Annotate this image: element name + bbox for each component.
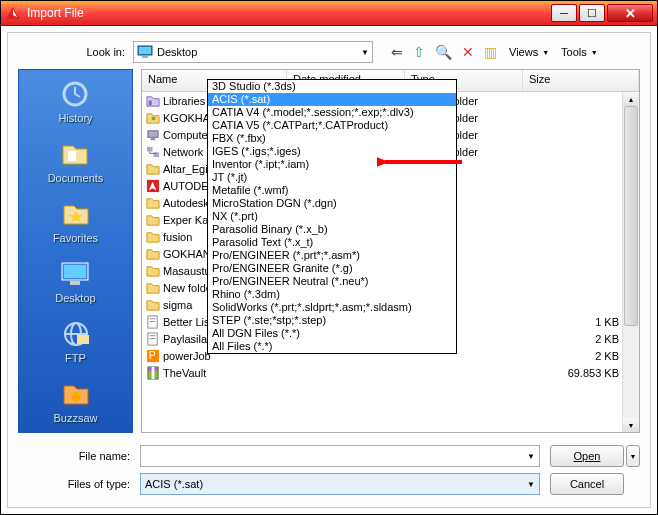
filetype-dropdown-list[interactable]: 3D Studio (*.3ds)ACIS (*.sat)CATIA V4 (*… — [207, 79, 457, 354]
close-button[interactable]: ✕ — [607, 4, 653, 22]
cancel-button[interactable]: Cancel — [550, 473, 624, 495]
svg-rect-13 — [149, 100, 152, 105]
file-row[interactable]: TheVault69.853 KB — [142, 364, 639, 381]
maximize-button[interactable]: ☐ — [579, 4, 605, 22]
filename-label: File name: — [18, 450, 140, 462]
filetype-option[interactable]: NX (*.prt) — [208, 210, 456, 223]
tools-menu[interactable]: Tools — [561, 46, 587, 58]
up-folder-icon[interactable]: ⇧ — [413, 44, 425, 60]
look-in-combo[interactable]: Desktop ▼ — [133, 41, 373, 63]
look-in-label: Look in: — [18, 46, 133, 58]
filetype-option[interactable]: SolidWorks (*.prt;*.sldprt;*.asm;*.sldas… — [208, 301, 456, 314]
open-button[interactable]: Open — [550, 445, 624, 467]
svg-point-12 — [71, 392, 81, 402]
scroll-up-icon[interactable]: ▲ — [623, 92, 639, 106]
new-folder-icon[interactable]: ▥ — [484, 44, 497, 60]
svg-rect-6 — [64, 265, 86, 278]
search-icon[interactable]: 🔍 — [435, 44, 452, 60]
chevron-down-icon: ▼ — [361, 48, 369, 57]
filetype-option[interactable]: MicroStation DGN (*.dgn) — [208, 197, 456, 210]
look-in-value: Desktop — [157, 46, 197, 58]
title-bar: Import File ─ ☐ ✕ — [1, 1, 657, 26]
filetype-option[interactable]: CATIA V4 (*.model;*.session;*.exp;*.dlv3… — [208, 106, 456, 119]
filetype-option[interactable]: Parasolid Binary (*.x_b) — [208, 223, 456, 236]
minimize-button[interactable]: ─ — [551, 4, 577, 22]
filetype-label: Files of type: — [18, 478, 140, 490]
sidebar-item-documents[interactable]: Documents — [48, 138, 104, 184]
filetype-option[interactable]: All Files (*.*) — [208, 340, 456, 353]
col-size[interactable]: Size — [523, 70, 639, 91]
file-list-pane: Name Date modified Type Size LibrariesSy… — [141, 69, 640, 433]
filetype-option[interactable]: Pro/ENGINEER Neutral (*.neu*) — [208, 275, 456, 288]
sidebar-item-buzzsaw[interactable]: Buzzsaw — [53, 378, 97, 424]
annotation-arrow — [377, 150, 467, 178]
scroll-down-icon[interactable]: ▼ — [623, 418, 639, 432]
filetype-option[interactable]: ACIS (*.sat) — [208, 93, 456, 106]
sidebar-item-favorites[interactable]: Favorites — [53, 198, 98, 244]
scrollbar[interactable]: ▲ ▼ — [622, 92, 639, 432]
open-button-dropdown[interactable]: ▼ — [626, 445, 640, 467]
filetype-combo[interactable]: ACIS (*.sat)▼ — [140, 473, 540, 495]
svg-rect-16 — [151, 138, 156, 140]
app-icon — [5, 5, 21, 21]
filetype-option[interactable]: STEP (*.ste;*stp;*.step) — [208, 314, 456, 327]
filetype-option[interactable]: CATIA V5 (*.CATPart;*.CATProduct) — [208, 119, 456, 132]
svg-rect-17 — [147, 146, 153, 151]
filetype-option[interactable]: FBX (*.fbx) — [208, 132, 456, 145]
filetype-option[interactable]: Pro/ENGINEER Granite (*.g) — [208, 262, 456, 275]
filetype-option[interactable]: All DGN Files (*.*) — [208, 327, 456, 340]
filetype-option[interactable]: Parasolid Text (*.x_t) — [208, 236, 456, 249]
filename-input[interactable]: ▼ — [140, 445, 540, 467]
svg-rect-15 — [148, 130, 158, 137]
svg-rect-30 — [152, 366, 155, 378]
svg-text:P: P — [149, 350, 156, 361]
svg-rect-2 — [142, 56, 148, 58]
back-icon[interactable]: ⇐ — [391, 44, 403, 60]
desktop-icon — [137, 44, 153, 60]
svg-rect-4 — [68, 151, 76, 161]
filetype-option[interactable]: 3D Studio (*.3ds) — [208, 80, 456, 93]
sidebar-item-history[interactable]: History — [58, 78, 92, 124]
svg-rect-1 — [139, 47, 151, 54]
filetype-option[interactable]: Pro/ENGINEER (*.prt*;*.asm*) — [208, 249, 456, 262]
places-sidebar: History Documents Favorites Desktop FTP … — [18, 69, 133, 433]
sidebar-item-desktop[interactable]: Desktop — [55, 258, 95, 304]
views-menu[interactable]: Views — [509, 46, 538, 58]
delete-icon[interactable]: ✕ — [462, 44, 474, 60]
svg-rect-11 — [77, 335, 89, 344]
filetype-option[interactable]: Metafile (*.wmf) — [208, 184, 456, 197]
svg-rect-7 — [70, 281, 80, 285]
sidebar-item-ftp[interactable]: FTP — [60, 318, 92, 364]
scroll-thumb[interactable] — [624, 106, 638, 326]
window-title: Import File — [27, 6, 549, 20]
svg-point-14 — [152, 116, 156, 120]
filetype-option[interactable]: Rhino (*.3dm) — [208, 288, 456, 301]
